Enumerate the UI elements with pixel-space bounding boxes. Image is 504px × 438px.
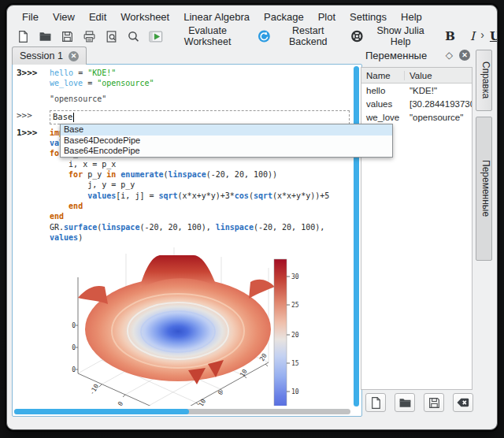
menu-edit[interactable]: Edit xyxy=(82,8,113,26)
new-variable-button[interactable] xyxy=(365,393,386,412)
svg-text:0: 0 xyxy=(117,400,124,406)
svg-text:-10: -10 xyxy=(88,383,100,396)
svg-text:10: 10 xyxy=(72,366,76,373)
completion-item[interactable]: Base64EncodePipe xyxy=(61,146,392,157)
worksheet-horizontal-scrollbar[interactable] xyxy=(14,409,350,414)
surface-plot-image: 30 25 20 15 10 30 20 10 -10 0 10 xyxy=(72,244,312,406)
show-julia-help-button[interactable]: Show Julia Help xyxy=(349,27,435,46)
variable-value: "KDE!" xyxy=(405,86,472,95)
session-tab-label: Session 1 xyxy=(20,50,63,61)
variable-row[interactable]: values[30.2844193730... xyxy=(361,97,472,110)
variables-table: Name Value hello"KDE!"values[30.28441937… xyxy=(361,67,472,390)
evaluate-worksheet-label: Evaluate Worksheet xyxy=(167,25,249,47)
worksheet-entry[interactable]: 3>>>hello = "KDE!"we_love = "opensource" xyxy=(17,68,350,89)
prompt: 1>>> xyxy=(17,128,50,138)
command-entry-text: Base xyxy=(53,112,72,122)
float-panel-icon[interactable]: ◇ xyxy=(446,50,453,61)
variable-name: we_love xyxy=(361,113,405,122)
variable-name: hello xyxy=(361,86,405,95)
variables-table-header: Name Value xyxy=(361,68,472,84)
print-button[interactable] xyxy=(81,27,98,46)
find-button[interactable] xyxy=(125,27,142,46)
desktop-background: FileViewEditWorksheetLinear AlgebraPacka… xyxy=(0,0,504,438)
svg-text:15: 15 xyxy=(291,360,299,367)
tab-session-1[interactable]: Session 1 ✕ xyxy=(12,46,87,65)
menu-linear-algebra[interactable]: Linear Algebra xyxy=(176,8,257,26)
svg-text:20: 20 xyxy=(72,344,76,351)
prompt: >>> xyxy=(17,110,50,121)
open-folder-icon xyxy=(39,30,52,43)
worksheet-content: 3>>>hello = "KDE!"we_love = "opensource"… xyxy=(17,68,350,406)
variable-name: values xyxy=(361,99,405,109)
svg-text:-10: -10 xyxy=(195,398,207,406)
svg-text:30: 30 xyxy=(291,273,299,280)
variables-panel-title: Переменные xyxy=(361,50,446,61)
show-julia-help-label: Show Julia Help xyxy=(368,25,433,47)
column-name[interactable]: Name xyxy=(361,71,405,80)
current-entry-row: >>>Base xyxy=(17,110,350,124)
print-preview-button[interactable] xyxy=(103,27,120,46)
close-panel-icon[interactable]: ✕ xyxy=(459,50,470,61)
print-preview-icon xyxy=(105,30,118,43)
menu-bar: FileViewEditWorksheetLinear AlgebraPacka… xyxy=(7,7,498,26)
menu-plot[interactable]: Plot xyxy=(311,8,343,26)
svg-text:20: 20 xyxy=(291,332,299,339)
menu-package[interactable]: Package xyxy=(257,8,311,26)
result-text: "opensource" xyxy=(50,94,350,104)
variable-value: [30.2844193730... xyxy=(405,99,472,109)
evaluate-play-icon xyxy=(149,30,163,43)
clear-backspace-icon xyxy=(456,396,470,409)
app-window: FileViewEditWorksheetLinear AlgebraPacka… xyxy=(6,5,498,430)
dock-tab-bar: СправкаПеременные xyxy=(476,6,494,429)
menu-file[interactable]: File xyxy=(15,8,46,26)
clear-variables-button[interactable] xyxy=(453,393,473,412)
variable-row[interactable]: hello"KDE!" xyxy=(361,84,472,97)
horizontal-scrollbar-thumb[interactable] xyxy=(14,409,189,414)
side-tab-variables[interactable]: Переменные xyxy=(476,117,492,261)
svg-text:10: 10 xyxy=(291,388,299,395)
bold-button[interactable]: B xyxy=(440,29,460,43)
new-document-icon xyxy=(369,396,383,410)
evaluate-worksheet-button[interactable]: Evaluate Worksheet xyxy=(147,27,250,46)
new-worksheet-button[interactable] xyxy=(15,27,32,46)
svg-text:30: 30 xyxy=(72,322,76,329)
completion-item[interactable]: Base64DecodePipe xyxy=(61,135,392,147)
restart-backend-button[interactable]: Restart Backend xyxy=(256,27,344,46)
open-folder-icon xyxy=(398,396,412,410)
menu-view[interactable]: View xyxy=(46,8,82,26)
worksheet[interactable]: 3>>>hello = "KDE!"we_love = "opensource"… xyxy=(12,64,362,417)
colorbar: 30 25 20 15 10 xyxy=(274,259,299,406)
code-block: hello = "KDE!"we_love = "opensource" xyxy=(50,68,154,89)
svg-text:10: 10 xyxy=(239,368,249,378)
side-tab-help[interactable]: Справка xyxy=(476,50,492,111)
restart-backend-label: Restart Backend xyxy=(274,25,342,47)
save-icon xyxy=(61,30,74,43)
tab-close-icon[interactable]: ✕ xyxy=(69,51,79,61)
toolbar: Evaluate Worksheet Restart Backend Show … xyxy=(7,26,498,46)
variable-row[interactable]: we_love"opensource" xyxy=(361,110,472,124)
restart-icon xyxy=(258,29,271,43)
save-button[interactable] xyxy=(59,27,76,46)
menu-settings[interactable]: Settings xyxy=(343,8,394,26)
variables-panel-buttons xyxy=(365,393,473,412)
svg-text:25: 25 xyxy=(291,302,299,309)
completion-popup: BaseBase64DecodePipeBase64EncodePipe xyxy=(60,124,393,158)
save-variables-button[interactable] xyxy=(424,393,444,412)
load-variables-button[interactable] xyxy=(395,393,415,412)
variable-value: "opensource" xyxy=(405,113,472,122)
column-value[interactable]: Value xyxy=(405,71,472,80)
open-button[interactable] xyxy=(37,27,54,46)
menu-worksheet[interactable]: Worksheet xyxy=(113,8,176,26)
printer-icon xyxy=(83,30,96,43)
lifebuoy-help-icon xyxy=(350,29,364,43)
search-icon xyxy=(127,30,140,43)
new-document-icon xyxy=(17,30,30,43)
save-icon xyxy=(428,396,441,410)
worksheet-vertical-scrollbar[interactable] xyxy=(354,66,359,406)
command-entry[interactable]: Base xyxy=(50,110,350,124)
completion-item[interactable]: Base xyxy=(61,124,392,135)
variables-panel: Переменные ◇ ✕ Name Value hello"KDE!"val… xyxy=(361,46,473,412)
menu-help[interactable]: Help xyxy=(394,8,429,26)
svg-text:0: 0 xyxy=(217,389,224,396)
variables-panel-header: Переменные ◇ ✕ xyxy=(361,46,473,64)
